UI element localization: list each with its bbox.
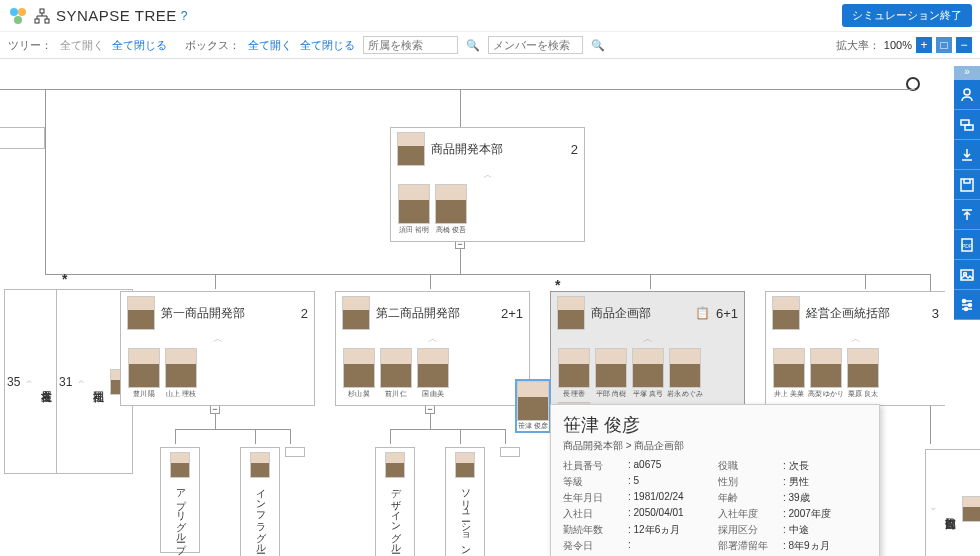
box-open-all[interactable]: 全て開く (248, 38, 292, 53)
avatar[interactable] (343, 348, 375, 388)
detail-name: 笹津 俊彦 (563, 413, 867, 437)
tree-open-all[interactable]: 全て開く (60, 38, 104, 53)
avatar[interactable] (595, 348, 627, 388)
avatar (517, 381, 549, 421)
zoom-out-button[interactable]: − (956, 37, 972, 53)
side-tab-audit[interactable]: 内部監査役 › (925, 449, 980, 556)
rail-pdf-icon[interactable]: PDF (954, 230, 980, 260)
svg-point-2 (14, 16, 22, 24)
rail-save-icon[interactable] (954, 170, 980, 200)
rail-expand-handle[interactable]: » (954, 66, 980, 80)
box-close-all[interactable]: 全て閉じる (300, 38, 355, 53)
rail-image-icon[interactable] (954, 260, 980, 290)
detail-breadcrumb: 商品開発本部 > 商品企画部 (563, 439, 867, 453)
avatar[interactable] (398, 184, 430, 224)
avatar[interactable] (669, 348, 701, 388)
svg-point-6 (964, 89, 970, 95)
caret-up-icon[interactable]: ︿ (391, 170, 584, 180)
svg-point-15 (969, 303, 972, 306)
avatar[interactable] (435, 184, 467, 224)
rail-cards-icon[interactable] (954, 110, 980, 140)
svg-rect-8 (965, 125, 973, 130)
avatar (250, 452, 270, 478)
leaf-group[interactable]: ソリューショングループ (445, 447, 485, 556)
avatar (385, 452, 405, 478)
leaf-group[interactable] (285, 447, 305, 457)
search-department-input[interactable] (363, 36, 458, 54)
caret-up-icon[interactable]: ︿ (121, 334, 314, 344)
rail-download-icon[interactable] (954, 140, 980, 170)
caret-up-icon[interactable]: ︿ (766, 334, 945, 344)
org-count: 2 (571, 142, 578, 157)
zoom-value: 100% (884, 39, 912, 51)
avatar (170, 452, 190, 478)
avatar (455, 452, 475, 478)
box-label: ボックス： (185, 38, 240, 53)
svg-point-14 (963, 299, 966, 302)
tree-canvas[interactable]: − − − * * 2 名古屋支社 ‹ 35 福岡支社 ‹ 31 内部監査役 ›… (0, 59, 980, 556)
search-member-input[interactable] (488, 36, 583, 54)
svg-point-1 (18, 8, 26, 16)
search-dept-icon[interactable]: 🔍 (466, 38, 480, 52)
avatar[interactable] (632, 348, 664, 388)
right-toolbar: » PDF (954, 66, 980, 320)
tree-close-all[interactable]: 全て閉じる (112, 38, 167, 53)
avatar[interactable] (847, 348, 879, 388)
avatar[interactable] (558, 348, 590, 388)
avatar (342, 296, 370, 330)
chevron-icon: ‹ (76, 380, 87, 383)
end-simulation-button[interactable]: シミュレーション終了 (842, 4, 972, 27)
avatar[interactable] (810, 348, 842, 388)
rail-settings-icon[interactable] (954, 290, 980, 320)
avatar (397, 132, 425, 166)
svg-text:PDF: PDF (962, 243, 972, 249)
dragging-member[interactable]: 笹津 俊彦 (515, 379, 551, 433)
avatar (127, 296, 155, 330)
avatar[interactable] (165, 348, 197, 388)
member-detail-card: 笹津 俊彦 商品開発本部 > 商品企画部 社員番号: a0675役職: 次長 等… (550, 404, 880, 556)
avatar (772, 296, 800, 330)
avatar (962, 496, 980, 522)
leaf-group[interactable]: アプリグループ (160, 447, 200, 553)
avatar[interactable] (380, 348, 412, 388)
leaf-group[interactable]: インフラグループ (240, 447, 280, 556)
org-name: 商品開発本部 (431, 141, 565, 158)
tree-icon (34, 8, 50, 24)
svg-point-0 (10, 8, 18, 16)
avatar[interactable] (773, 348, 805, 388)
caret-up-icon[interactable]: ︿ (336, 334, 529, 344)
avatar (557, 296, 585, 330)
avatar[interactable] (128, 348, 160, 388)
svg-rect-3 (40, 9, 44, 13)
zoom-reset-button[interactable]: □ (936, 37, 952, 53)
asterisk-marker: * (62, 271, 67, 287)
avatar[interactable] (417, 348, 449, 388)
clipboard-icon[interactable]: 📋 (695, 306, 710, 320)
caret-up-icon[interactable]: ︿ (551, 334, 744, 344)
svg-rect-9 (961, 179, 973, 191)
zoom-in-button[interactable]: + (916, 37, 932, 53)
tree-label: ツリー： (8, 38, 52, 53)
svg-rect-5 (45, 19, 49, 23)
rail-upload-icon[interactable] (954, 200, 980, 230)
zoom-label: 拡大率： (836, 38, 880, 53)
chevron-icon: ‹ (24, 380, 35, 383)
svg-rect-4 (35, 19, 39, 23)
help-icon[interactable]: ? (181, 9, 188, 23)
leaf-group[interactable] (500, 447, 520, 457)
rail-person-icon[interactable] (954, 80, 980, 110)
svg-point-16 (965, 307, 968, 310)
chevron-icon: › (928, 507, 939, 510)
app-logo-icon (8, 6, 28, 26)
leaf-group[interactable]: デザイングループ (375, 447, 415, 556)
app-title: SYNAPSE TREE (56, 7, 177, 24)
search-member-icon[interactable]: 🔍 (591, 38, 605, 52)
